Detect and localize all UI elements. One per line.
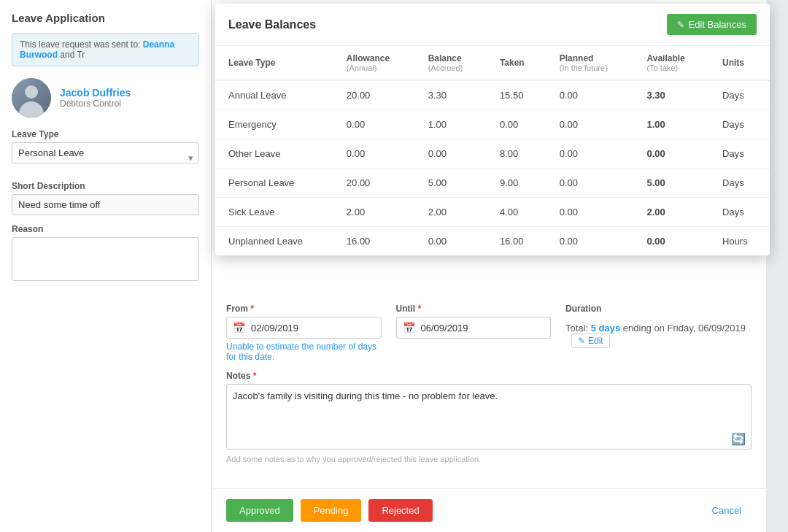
short-desc-label: Short Description (12, 181, 199, 191)
cell-balance: 1.00 (415, 110, 487, 139)
duration-field: Duration Total: 5 days ending on Friday,… (565, 304, 752, 362)
date-row: From * 📅 Unable to estimate the number o… (226, 304, 752, 362)
cell-units: Days (709, 169, 770, 198)
popup-title: Leave Balances (228, 18, 316, 31)
cell-balance: 3.30 (415, 80, 487, 110)
notification-suffix: and Tr (60, 50, 85, 60)
approved-button[interactable]: Approved (226, 499, 293, 522)
refresh-icon[interactable]: 🔄 (731, 432, 746, 446)
notes-wrapper: Jacob's family is visiting during this t… (226, 384, 752, 452)
edit-icon: ✎ (578, 336, 585, 346)
cell-allowance: 16.00 (333, 227, 415, 256)
employee-name: Jacob Duffries (60, 87, 131, 99)
reason-label: Reason (12, 224, 199, 234)
cancel-button[interactable]: Cancel (702, 499, 752, 522)
from-calendar-icon[interactable]: 📅 (233, 322, 245, 334)
th-taken: Taken (487, 46, 546, 80)
cell-units: Days (709, 110, 770, 139)
cell-available: 2.00 (633, 198, 709, 227)
until-calendar-icon[interactable]: 📅 (403, 322, 415, 334)
pending-button[interactable]: Pending (301, 499, 362, 522)
notification-text: This leave request was sent to: (20, 39, 143, 50)
duration-value: Total: 5 days ending on Friday, 06/09/20… (565, 317, 752, 354)
action-buttons: Approved Pending Rejected (226, 499, 433, 522)
notes-label: Notes * (226, 371, 752, 381)
from-required: * (250, 304, 254, 314)
cell-balance: 0.00 (415, 139, 487, 169)
cell-planned: 0.00 (546, 169, 634, 198)
notes-hint: Add some notes as to why you approved/re… (226, 455, 752, 463)
cell-planned: 0.00 (546, 80, 634, 110)
header-row: Leave Type Allowance (Annual) Balance (A… (215, 46, 770, 80)
until-label: Until * (396, 304, 552, 314)
duration-prefix: Total: (565, 323, 591, 334)
notes-textarea[interactable]: Jacob's family is visiting during this t… (226, 384, 752, 450)
cell-allowance: 2.00 (333, 198, 415, 227)
cell-available: 3.30 (633, 80, 709, 110)
notes-required: * (253, 371, 257, 381)
notification-banner: This leave request was sent to: Deanna B… (12, 33, 199, 66)
cell-type: Personal Leave (215, 169, 333, 198)
duration-suffix: ending on Friday, 06/09/2019 (623, 323, 746, 334)
cell-type: Sick Leave (215, 198, 333, 227)
th-balance: Balance (Accrued) (415, 46, 487, 80)
until-field: Until * 📅 (396, 304, 552, 362)
table-body: Annual Leave 20.00 3.30 15.50 0.00 3.30 … (215, 80, 770, 255)
cell-type: Annual Leave (215, 80, 333, 110)
cell-planned: 0.00 (546, 139, 634, 169)
cell-units: Hours (709, 227, 770, 256)
edit-balances-button[interactable]: ✎ Edit Balances (667, 14, 757, 35)
cell-planned: 0.00 (546, 198, 634, 227)
until-input-wrap[interactable]: 📅 (396, 317, 552, 339)
duration-label: Duration (565, 304, 752, 314)
cell-balance: 2.00 (415, 198, 487, 227)
th-units: Units (709, 46, 770, 80)
cell-available: 0.00 (633, 139, 709, 169)
cell-units: Days (709, 139, 770, 169)
cell-taken: 8.00 (487, 139, 546, 169)
leave-type-label: Leave Type (12, 129, 199, 139)
from-input-wrap[interactable]: 📅 (226, 317, 382, 339)
table-row: Emergency 0.00 1.00 0.00 0.00 1.00 Days (215, 110, 770, 139)
from-date-input[interactable] (251, 323, 375, 334)
duration-edit-button[interactable]: ✎ Edit (571, 334, 610, 348)
cell-balance: 5.00 (415, 169, 487, 198)
cell-planned: 0.00 (546, 110, 634, 139)
date-section: From * 📅 Unable to estimate the number o… (226, 304, 752, 362)
table-row: Other Leave 0.00 0.00 8.00 0.00 0.00 Day… (215, 139, 770, 169)
cell-taken: 4.00 (487, 198, 546, 227)
avatar (12, 78, 51, 117)
cell-taken: 9.00 (487, 169, 546, 198)
edit-balances-icon: ✎ (677, 20, 684, 30)
cell-taken: 0.00 (487, 110, 546, 139)
table-row: Annual Leave 20.00 3.30 15.50 0.00 3.30 … (215, 80, 770, 110)
cell-available: 1.00 (633, 110, 709, 139)
popup-header: Leave Balances ✎ Edit Balances (215, 4, 770, 46)
left-panel: Leave Application This leave request was… (0, 0, 212, 532)
employee-row: Jacob Duffries Debtors Control (12, 78, 199, 117)
cell-type: Emergency (215, 110, 333, 139)
cell-taken: 15.50 (487, 80, 546, 110)
cell-balance: 0.00 (415, 227, 487, 256)
cell-taken: 16.00 (487, 227, 546, 256)
th-planned: Planned (In the future) (546, 46, 634, 80)
cell-planned: 0.00 (546, 227, 634, 256)
until-date-input[interactable] (421, 323, 545, 334)
leave-balances-popup: Leave Balances ✎ Edit Balances Leave Typ… (215, 4, 770, 255)
cell-available: 5.00 (633, 169, 709, 198)
leave-type-wrapper[interactable]: Personal Leave (12, 142, 199, 172)
cell-allowance: 0.00 (333, 110, 415, 139)
employee-role: Debtors Control (60, 99, 131, 109)
form-title: Leave Application (12, 12, 199, 24)
table-row: Sick Leave 2.00 2.00 4.00 0.00 2.00 Days (215, 198, 770, 227)
rejected-button[interactable]: Rejected (368, 499, 432, 522)
cell-type: Other Leave (215, 139, 333, 169)
employee-info: Jacob Duffries Debtors Control (60, 87, 131, 109)
cell-allowance: 20.00 (333, 80, 415, 110)
cell-type: Unplanned Leave (215, 227, 333, 256)
short-desc-input[interactable] (12, 194, 199, 215)
cell-units: Days (709, 80, 770, 110)
leave-type-select[interactable]: Personal Leave (12, 142, 199, 163)
notes-section: Notes * Jacob's family is visiting durin… (226, 371, 752, 463)
reason-textarea[interactable] (12, 237, 199, 281)
